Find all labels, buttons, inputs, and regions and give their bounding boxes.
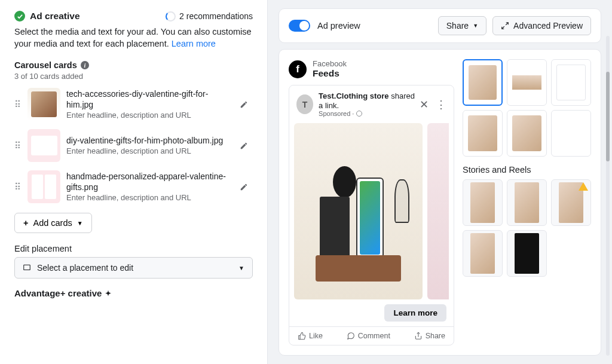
recommendations-text: 2 recommendations: [179, 11, 253, 21]
expand-icon: [501, 22, 509, 30]
card-hint: Enter headline, description and URL: [66, 146, 229, 155]
facebook-logo-icon: f: [289, 60, 307, 78]
carousel-count: 3 of 10 cards added: [14, 72, 253, 81]
preview-tile[interactable]: [551, 179, 591, 226]
advanced-preview-button[interactable]: Advanced Preview: [492, 16, 591, 35]
placement-name: Feeds: [313, 68, 347, 79]
preview-tile[interactable]: [463, 230, 503, 277]
stories-reels-label: Stories and Reels: [463, 165, 591, 175]
carousel-label: Carousel cards i: [14, 60, 253, 70]
placement-icon: [23, 264, 31, 272]
card-text: tech-accessories-diy-valentine-gift-for-…: [66, 89, 229, 120]
preview-thumbnails: Stories and Reels: [463, 59, 591, 345]
preview-main: f Facebook Feeds T Test.Clothing store s…: [289, 59, 454, 345]
advantage-creative-label: Advantage+ creative ✦: [14, 288, 253, 298]
plus-icon: +: [23, 218, 28, 228]
checkmark-icon: [14, 11, 25, 22]
scrollbar[interactable]: [606, 36, 610, 356]
section-header: Ad creative 2 recommendations: [14, 11, 253, 22]
section-description: Select the media and text for your ad. Y…: [14, 26, 253, 50]
platform-header: f Facebook Feeds: [289, 59, 454, 79]
ad-header-right: ✕ ⋮: [420, 98, 446, 111]
more-icon[interactable]: ⋮: [436, 98, 446, 111]
card-hint: Enter headline, description and URL: [66, 193, 229, 202]
svg-rect-0: [24, 265, 30, 270]
preview-toggle[interactable]: [289, 20, 310, 32]
product-mock: [305, 135, 412, 282]
title-row: Ad creative: [14, 11, 80, 22]
preview-tile[interactable]: [463, 179, 503, 226]
preview-tile[interactable]: [507, 59, 547, 106]
svg-line-3: [502, 26, 504, 29]
like-button[interactable]: Like: [298, 332, 323, 340]
card-filename: tech-accessories-diy-valentine-gift-for-…: [66, 89, 229, 110]
right-panel: Ad preview Share ▼ Advanced Preview f Fa…: [268, 0, 612, 364]
globe-icon: [356, 111, 362, 117]
preview-toggle-label: Ad preview: [317, 21, 360, 30]
share-button-footer[interactable]: Share: [414, 332, 445, 340]
ad-image-peek: [427, 123, 449, 299]
card-filename: handmade-personalized-apparel-valentine-…: [66, 172, 229, 192]
spinner-icon: [166, 11, 176, 22]
card-filename: diy-valentine-gifts-for-him-photo-album.…: [66, 136, 229, 146]
edit-placement-label: Edit placement: [14, 244, 253, 253]
preview-tile[interactable]: [507, 179, 547, 226]
cta-button[interactable]: Learn more: [384, 304, 446, 322]
ad-footer: Like Comment Share: [289, 326, 454, 345]
ad-image-primary: [294, 123, 423, 299]
left-panel: Ad creative 2 recommendations Select the…: [0, 0, 268, 364]
sponsored-line: Sponsored ·: [319, 110, 420, 117]
feeds-tiles: [463, 59, 591, 157]
advertiser-avatar: T: [296, 94, 313, 114]
card-hint: Enter headline, description and URL: [66, 111, 229, 120]
edit-card-button[interactable]: [235, 137, 253, 155]
preview-body: f Facebook Feeds T Test.Clothing store s…: [279, 49, 601, 356]
close-icon[interactable]: ✕: [420, 98, 429, 111]
preview-tile[interactable]: [551, 59, 591, 106]
chevron-down-icon: ▼: [238, 265, 244, 271]
warning-icon: [579, 182, 588, 191]
preview-actions: Share ▼ Advanced Preview: [438, 16, 591, 35]
stories-tiles: [463, 179, 591, 277]
carousel-card: ⠿ tech-accessories-diy-valentine-gift-fo…: [14, 88, 253, 121]
card-text: diy-valentine-gifts-for-him-photo-album.…: [66, 136, 229, 156]
carousel-card: ⠿ diy-valentine-gifts-for-him-photo-albu…: [14, 129, 253, 162]
placement-select[interactable]: Select a placement to edit ▼: [14, 257, 253, 279]
card-text: handmade-personalized-apparel-valentine-…: [66, 172, 229, 202]
ad-cta-row: Learn more: [289, 299, 454, 326]
preview-toggle-group: Ad preview: [289, 20, 360, 32]
add-cards-button[interactable]: + Add cards ▼: [14, 213, 92, 233]
preview-tile[interactable]: [507, 110, 547, 157]
drag-handle-icon[interactable]: ⠿: [14, 185, 22, 189]
drag-handle-icon[interactable]: ⠿: [14, 103, 22, 106]
info-icon[interactable]: i: [81, 61, 89, 69]
comment-button[interactable]: Comment: [347, 332, 390, 340]
preview-tile[interactable]: [463, 59, 503, 106]
ad-header-left: T Test.Clothing store shared a link. Spo…: [296, 91, 420, 117]
section-title: Ad creative: [30, 11, 80, 22]
drag-handle-icon[interactable]: ⠿: [14, 144, 22, 148]
edit-card-button[interactable]: [235, 178, 253, 196]
like-icon: [298, 332, 306, 340]
share-button[interactable]: Share ▼: [438, 16, 486, 35]
sparkle-icon: ✦: [105, 289, 111, 298]
svg-line-2: [506, 23, 508, 25]
carousel-card: ⠿ handmade-personalized-apparel-valentin…: [14, 170, 253, 203]
recommendations-link[interactable]: 2 recommendations: [166, 11, 253, 22]
preview-tile[interactable]: [551, 110, 591, 157]
learn-more-link[interactable]: Learn more: [172, 39, 216, 48]
share-icon: [414, 332, 423, 340]
card-thumbnail[interactable]: [27, 170, 60, 203]
card-thumbnail[interactable]: [27, 129, 60, 162]
ad-header: T Test.Clothing store shared a link. Spo…: [289, 85, 454, 123]
chevron-down-icon: ▼: [77, 220, 83, 227]
preview-tile[interactable]: [507, 230, 547, 277]
ad-carousel[interactable]: [289, 123, 454, 299]
preview-header: Ad preview Share ▼ Advanced Preview: [279, 8, 601, 43]
chevron-down-icon: ▼: [473, 23, 478, 29]
edit-card-button[interactable]: [235, 96, 253, 114]
platform-name: Facebook: [313, 59, 347, 68]
card-thumbnail[interactable]: [27, 88, 60, 121]
preview-tile[interactable]: [463, 110, 503, 157]
ad-preview-card: T Test.Clothing store shared a link. Spo…: [289, 85, 454, 345]
